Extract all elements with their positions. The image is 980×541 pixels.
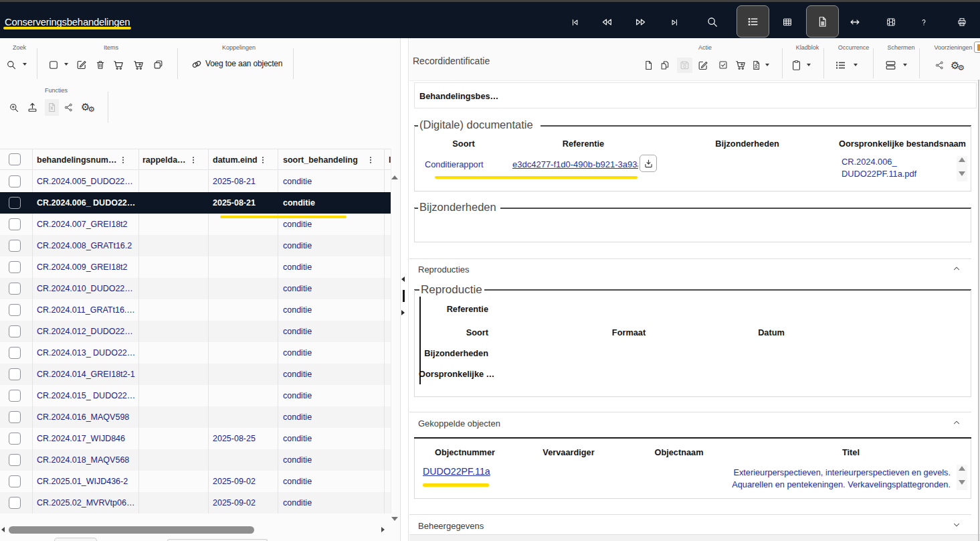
cart-add-icon[interactable] <box>734 59 747 71</box>
previous-record-button[interactable] <box>601 16 613 28</box>
column-menu-icon[interactable] <box>189 155 198 165</box>
row-checkbox[interactable] <box>9 325 21 337</box>
last-record-button[interactable] <box>670 17 680 27</box>
field-row-behandelingsbeschrijving[interactable]: Behandelingsbes… <box>414 82 977 108</box>
column-header[interactable]: rappelda… <box>142 155 186 165</box>
table-row[interactable]: CR.2024.015_ DUDO22… conditie <box>0 385 391 406</box>
table-row[interactable]: CR.2024.014_GREI18t2-1 conditie <box>0 364 391 385</box>
column-menu-icon[interactable] <box>366 155 375 165</box>
table-row[interactable]: CR.2024.018_MAQV568 conditie <box>0 449 391 471</box>
table-row[interactable]: CR.2025.01_WIJD436-2 2025-09-02 conditie <box>0 471 391 492</box>
document-view-button[interactable] <box>806 5 839 37</box>
spin-down-arrow[interactable] <box>959 171 965 176</box>
clipboard-icon[interactable] <box>790 59 803 72</box>
settings-gears-icon[interactable]: ⚙⚙ <box>951 60 967 72</box>
chevron-down-icon[interactable] <box>903 64 907 66</box>
doc-referentie-link[interactable]: e3dc4277-f1d0-490b-b921-3a93a <box>512 159 638 169</box>
new-record-icon[interactable] <box>643 60 654 71</box>
spin-down-arrow[interactable] <box>959 480 965 485</box>
screens-icon[interactable] <box>884 59 897 72</box>
row-checkbox[interactable] <box>9 283 21 295</box>
chevron-down-icon[interactable] <box>765 64 769 66</box>
search-icon[interactable] <box>706 16 718 28</box>
splitter-drag-handle[interactable] <box>403 290 405 302</box>
row-checkbox[interactable] <box>9 261 21 273</box>
copy-icon[interactable] <box>153 59 164 70</box>
row-checkbox[interactable] <box>9 411 21 423</box>
share-icon[interactable] <box>935 60 945 70</box>
row-checkbox[interactable] <box>9 197 21 209</box>
settings-gears-icon[interactable]: ⚙⚙ <box>81 101 97 113</box>
chevron-down-icon[interactable] <box>807 64 811 66</box>
table-row[interactable]: CR.2024.005_DUDO22… 2025-08-21 conditie <box>0 171 391 192</box>
table-row[interactable]: CR.2025.02_MVRVtp06… 2025-09-02 conditie <box>0 492 391 514</box>
table-row[interactable]: CR.2024.006_ DUDO22… 2025-08-21 conditie <box>0 192 391 214</box>
collapse-section-icon[interactable] <box>952 418 961 427</box>
objectnummer-link[interactable]: DUDO22PF.11a <box>423 466 490 477</box>
column-menu-icon[interactable] <box>258 155 268 165</box>
splitter-collapse-left-arrow[interactable] <box>401 277 405 282</box>
select-all-checkbox[interactable] <box>9 153 21 165</box>
resize-horizontal-button[interactable] <box>849 16 861 28</box>
detail-scrollbar-thumb[interactable] <box>978 80 979 541</box>
search-icon[interactable] <box>6 60 17 70</box>
chevron-down-icon[interactable] <box>23 63 27 66</box>
table-row[interactable]: CR.2024.016_MAQV598 conditie <box>0 406 391 428</box>
print-button[interactable] <box>957 17 967 27</box>
scroll-right-arrow[interactable] <box>381 527 385 532</box>
occurrence-list-icon[interactable] <box>834 59 847 72</box>
delete-icon[interactable] <box>95 60 106 70</box>
share-icon[interactable] <box>64 102 74 112</box>
scroll-down-arrow[interactable] <box>391 517 398 521</box>
export-excel-button[interactable] <box>45 99 59 116</box>
cart-add-icon[interactable] <box>132 59 144 71</box>
table-view-button[interactable] <box>782 17 793 27</box>
row-checkbox[interactable] <box>9 368 21 380</box>
partial-button[interactable] <box>974 42 980 53</box>
add-to-objects-button[interactable]: Voeg toe aan objecten <box>191 58 288 72</box>
spin-up-arrow[interactable] <box>959 466 965 471</box>
task-check-icon[interactable] <box>718 60 728 70</box>
table-row[interactable]: CR.2024.010_DUDO22… conditie <box>0 278 391 299</box>
row-checkbox[interactable] <box>9 175 21 187</box>
column-header[interactable]: behandelingsnum… <box>37 155 116 165</box>
table-row[interactable]: CR.2024.017_WIJD846 2025-08-25 conditie <box>0 428 391 449</box>
column-header[interactable]: datum.eind <box>213 155 258 165</box>
save-record-button[interactable] <box>677 58 692 73</box>
table-horizontal-scrollbar-thumb[interactable] <box>9 526 254 534</box>
chevron-down-icon[interactable] <box>854 64 858 66</box>
spin-up-arrow[interactable] <box>959 157 965 162</box>
row-checkbox[interactable] <box>9 497 21 509</box>
list-view-button[interactable] <box>737 5 769 37</box>
row-checkbox[interactable] <box>9 390 21 402</box>
upload-icon[interactable] <box>27 102 38 113</box>
column-header[interactable]: soort_behandeling <box>283 155 358 165</box>
media-view-button[interactable] <box>886 17 896 27</box>
edit-record-icon[interactable] <box>697 60 708 71</box>
row-checkbox[interactable] <box>9 304 21 316</box>
download-button[interactable] <box>640 155 657 172</box>
table-row[interactable]: CR.2024.012_DUDO22… conditie <box>0 321 391 342</box>
scroll-up-arrow[interactable] <box>391 175 398 179</box>
collapse-section-icon[interactable] <box>952 264 961 273</box>
zoom-in-icon[interactable] <box>9 102 19 113</box>
cart-icon[interactable] <box>112 59 124 71</box>
table-vertical-scrollbar[interactable] <box>391 149 400 514</box>
column-menu-icon[interactable] <box>118 155 128 165</box>
table-row[interactable]: CR.2024.013_ DUDO22… conditie <box>0 342 391 364</box>
expand-section-icon[interactable] <box>952 520 961 530</box>
select-checkbox-icon[interactable] <box>48 60 59 70</box>
next-record-button[interactable] <box>635 16 647 28</box>
table-row[interactable]: CR.2024.009_GREI18t2 conditie <box>0 256 391 278</box>
scroll-left-arrow[interactable] <box>1 527 5 532</box>
table-row[interactable]: CR.2024.008_GRATt16.2 conditie <box>0 235 391 256</box>
help-button[interactable] <box>919 17 928 27</box>
row-checkbox[interactable] <box>9 454 21 466</box>
row-checkbox[interactable] <box>9 475 21 487</box>
person-document-icon[interactable] <box>751 60 762 71</box>
copy-record-icon[interactable] <box>660 60 671 71</box>
table-row[interactable]: CR.2024.011_GRATt16.… conditie <box>0 299 391 321</box>
row-checkbox[interactable] <box>9 347 21 359</box>
edit-icon[interactable] <box>76 59 87 70</box>
row-checkbox[interactable] <box>9 433 21 445</box>
